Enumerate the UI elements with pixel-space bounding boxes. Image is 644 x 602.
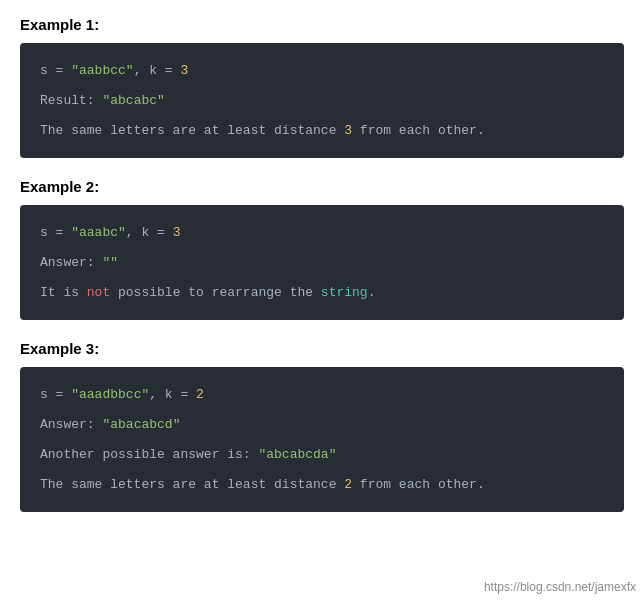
example-2-code-block: s = "aaabc", k = 3 Answer: "" It is not … (20, 205, 624, 320)
code-line-line-ex3-3: Another possible answer is: "abcabcda" (40, 443, 604, 466)
code-line-line-ex3-4: The same letters are at least distance 2… (40, 473, 604, 496)
example-1-heading: Example 1: (20, 16, 624, 33)
example-2-heading: Example 2: (20, 178, 624, 195)
example-1-code-block: s = "aabbcc", k = 3 Result: "abcabc" The… (20, 43, 624, 158)
code-line-line-ex3-1: s = "aaadbbcc", k = 2 (40, 383, 604, 406)
code-line-line-ex1-1: s = "aabbcc", k = 3 (40, 59, 604, 82)
code-line-line-ex1-3: The same letters are at least distance 3… (40, 119, 604, 142)
code-line-line-ex1-2: Result: "abcabc" (40, 89, 604, 112)
code-line-line-ex2-2: Answer: "" (40, 251, 604, 274)
code-line-line-ex3-2: Answer: "abacabcd" (40, 413, 604, 436)
example-3-code-block: s = "aaadbbcc", k = 2 Answer: "abacabcd"… (20, 367, 624, 512)
example-3-heading: Example 3: (20, 340, 624, 357)
code-line-line-ex2-1: s = "aaabc", k = 3 (40, 221, 604, 244)
watermark: https://blog.csdn.net/jamexfx (484, 580, 636, 594)
code-line-line-ex2-3: It is not possible to rearrange the stri… (40, 281, 604, 304)
